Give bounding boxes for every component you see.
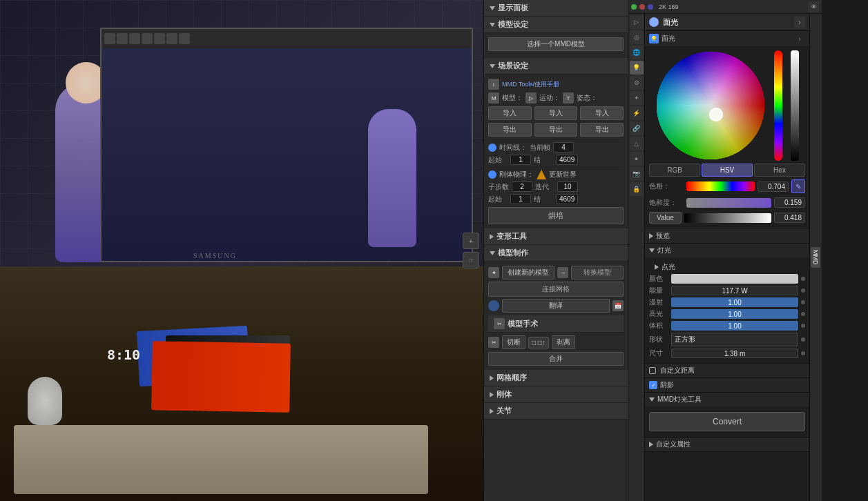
preview-chevron [649,233,653,239]
connect-mesh-btn[interactable]: 连接网格 [488,282,624,297]
physics-icon[interactable]: ⚡ [630,106,644,120]
add-button[interactable]: + [463,233,479,249]
light-icon[interactable]: 💡 [630,61,644,75]
light-section-title: 面光 [662,34,675,43]
light-expand-icon[interactable]: › [794,33,805,44]
point-light-header[interactable]: 点光 [649,260,805,274]
mesh-order-left: 网格顺序 [490,373,527,383]
mmd-tools-link[interactable]: MMD Tools/使用手册 [502,80,559,89]
eyedropper-btn[interactable]: ✎ [791,179,805,193]
custom-attr-header[interactable]: 自定义属性 [645,438,809,451]
panel-name-label: 2K 169 [659,3,679,10]
hue-bar[interactable] [774,50,782,161]
particles-icon[interactable]: ✦ [630,91,644,105]
value-input[interactable] [774,213,805,223]
import-pose-btn[interactable]: 导入 [580,106,624,120]
substeps-val[interactable]: 2 [512,181,532,192]
shadow-header[interactable]: ✓ 阴影 [645,378,809,392]
import-motion-btn[interactable]: 导入 [534,106,578,120]
light-section-header[interactable]: 💡 面光 › [645,31,809,46]
volume-value[interactable]: 1.00 [671,321,798,331]
light-main-header[interactable]: 灯光 [645,244,809,257]
divider-1 [488,139,624,140]
mmd-light-tools-header[interactable]: MMD灯光工具 [645,393,809,406]
convert-model-btn[interactable]: 转换模型 [571,266,624,279]
material-icon[interactable]: ● [630,152,644,166]
tab-hex[interactable]: Hex [754,164,805,177]
sat-value-input[interactable] [774,197,805,208]
model-tools-header[interactable]: ✂ 模型手术 [488,315,624,333]
display-panel-header[interactable]: 显示面板 [484,0,628,17]
custom-distance-header[interactable]: 自定义距离 [645,364,809,377]
diffuse-value[interactable]: 1.00 [671,297,798,307]
screen-toolbar-btn-6 [166,33,177,44]
select-mmd-model-btn[interactable]: 选择一个MMD模型 [488,37,624,51]
shadow-checkbox[interactable]: ✓ [649,381,657,389]
bake-button[interactable]: 烘培 [488,207,624,224]
color-wheel-canvas[interactable] [655,50,766,161]
end-label: 结 [534,155,553,165]
tab-rgb[interactable]: RGB [649,164,700,177]
merge-btn[interactable]: 合并 [488,352,624,366]
constraints-icon[interactable]: 🔗 [630,121,644,135]
rigid-body-header[interactable]: 刚体 [484,386,628,403]
physics-radio[interactable] [488,170,496,179]
model-settings-header[interactable]: 模型设定 [484,17,628,33]
camera-icon[interactable]: ▷ [630,15,644,29]
start2-val[interactable]: 1 [510,194,531,204]
convert-button[interactable]: Convert [649,412,805,431]
value-slider[interactable] [684,213,771,223]
color-preview[interactable] [671,274,798,284]
mmd-tab-item[interactable]: MMD [811,247,820,268]
export-model-btn[interactable]: 导出 [488,123,532,137]
energy-value[interactable]: 117.7 W [671,286,798,295]
color-label: 颜色 [649,274,668,284]
mesh-order-header[interactable]: 网格顺序 [484,370,628,386]
scene-icon[interactable]: ◎ [630,30,644,44]
sat-slider[interactable] [686,198,771,208]
end-val[interactable]: 4609 [556,155,578,165]
scene-settings-header[interactable]: 场景设定 [484,58,628,75]
export-pose-btn[interactable]: 导出 [580,123,624,137]
sat-row: 饱和度： [649,197,805,208]
iter-val[interactable]: 10 [557,181,578,192]
cursor-button[interactable]: ☞ [463,252,479,268]
timeline-radio[interactable] [488,144,496,152]
value-btn[interactable]: Value [649,212,682,224]
shape-select[interactable]: 正方形 [671,333,798,346]
hue-value-input[interactable] [758,181,789,192]
preview-header[interactable]: 预览 [645,229,809,243]
end2-val[interactable]: 4609 [556,194,578,204]
render-icon[interactable]: 📷 [630,167,644,181]
volume-label: 体积 [649,321,668,331]
delete-btn[interactable]: 剥离 [552,335,575,349]
color-picker: RGB HSV Hex 色相： ✎ 饱和度： [645,46,809,229]
viewport-controls: + ☞ [463,233,479,268]
specular-value[interactable]: 1.00 [671,309,798,319]
export-motion-btn[interactable]: 导出 [534,123,578,137]
tab-hsv[interactable]: HSV [702,164,753,177]
object-data-icon[interactable]: △ [630,137,644,150]
transform-tools-header[interactable]: 变形工具 [484,228,628,245]
eye-icon[interactable]: 👁 [808,1,819,12]
modifier-icon[interactable]: ⚙ [630,76,644,90]
create-new-model-btn[interactable]: 创建新的模型 [502,266,554,279]
start-val[interactable]: 1 [510,155,531,165]
lock-icon[interactable]: 🔒 [630,182,644,196]
wand-icon: ✦ [488,267,499,278]
value-bar[interactable] [791,50,799,161]
color-wheel-wrapper[interactable] [655,50,766,161]
cut-btn[interactable]: 切断 [502,335,525,349]
hue-slider[interactable] [686,181,755,191]
shadow-label: 阴影 [660,380,674,390]
chevron-down-icon-2 [490,23,495,27]
joint-header[interactable]: 关节 [484,403,628,420]
translate-btn[interactable]: 翻译 [502,299,610,313]
world-icon[interactable]: 🌐 [630,46,644,59]
frame-value[interactable]: 4 [553,142,574,153]
import-model-btn[interactable]: 导入 [488,106,532,120]
copy-paste-btn[interactable]: □ □↑ [528,337,549,348]
model-make-header[interactable]: 模型制作 [484,245,628,262]
size-value[interactable]: 1.38 m [671,348,798,358]
expand-icon[interactable]: › [794,17,805,28]
